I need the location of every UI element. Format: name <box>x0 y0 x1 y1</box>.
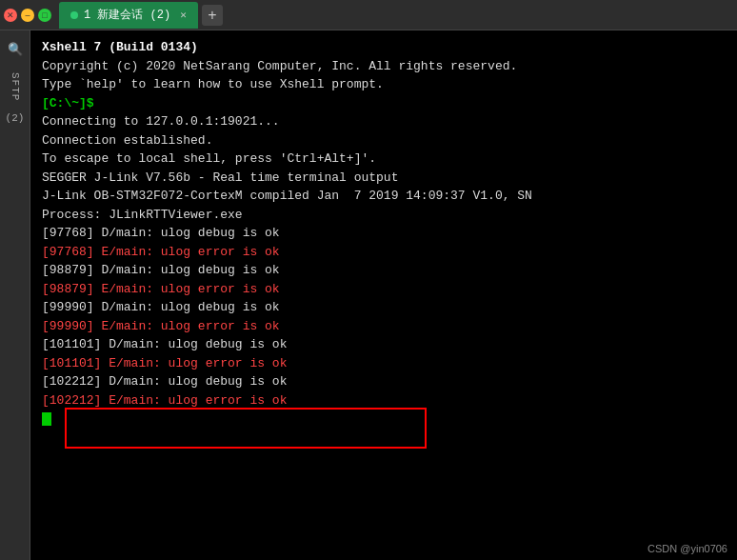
minimize-window-button[interactable]: – <box>21 9 34 22</box>
sftp-label[interactable]: SFTP <box>10 72 21 101</box>
session-count-label: (2) <box>6 112 25 124</box>
title-bar: ✕ – □ 1 新建会话 (2) ✕ + <box>0 0 737 30</box>
terminal-line: Process: JLinkRTTViewer.exe <box>42 206 726 225</box>
tab-session-1[interactable]: 1 新建会话 (2) ✕ <box>59 2 198 29</box>
terminal-line: [99990] E/main: ulog error is ok <box>42 317 726 336</box>
terminal-line: [98879] E/main: ulog error is ok <box>42 280 726 299</box>
main-layout: 🔍 SFTP (2) Xshell 7 (Build 0134)Copyrigh… <box>0 30 737 560</box>
terminal-line: [101101] E/main: ulog error is ok <box>42 354 726 373</box>
tab-label: 1 新建会话 (2) <box>84 7 170 23</box>
terminal-line: To escape to local shell, press 'Ctrl+Al… <box>42 150 726 169</box>
terminal-line: Xshell 7 (Build 0134) <box>42 38 726 57</box>
watermark: CSDN @yin0706 <box>647 543 727 554</box>
sidebar: 🔍 SFTP (2) <box>0 30 30 560</box>
terminal-area[interactable]: Xshell 7 (Build 0134)Copyright (c) 2020 … <box>30 30 737 560</box>
terminal-line: SEGGER J-Link V7.56b - Real time termina… <box>42 169 726 188</box>
maximize-window-button[interactable]: □ <box>38 9 51 22</box>
terminal-cursor <box>42 412 51 426</box>
terminal-line: [102212] E/main: ulog error is ok <box>42 391 726 410</box>
tab-close-icon[interactable]: ✕ <box>180 9 187 21</box>
cursor-line <box>42 410 726 429</box>
terminal-line: J-Link OB-STM32F072-CortexM compiled Jan… <box>42 187 726 206</box>
terminal-line: [101101] D/main: ulog debug is ok <box>42 335 726 354</box>
search-icon[interactable]: 🔍 <box>4 38 27 61</box>
new-tab-button[interactable]: + <box>202 5 223 26</box>
terminal-line: Copyright (c) 2020 NetSarang Computer, I… <box>42 57 726 76</box>
terminal-line: [97768] D/main: ulog debug is ok <box>42 224 726 243</box>
terminal-line: [C:\~]$ <box>42 94 726 113</box>
terminal-line: Type `help' to learn how to use Xshell p… <box>42 75 726 94</box>
terminal-line: [102212] D/main: ulog debug is ok <box>42 372 726 391</box>
tab-status-dot <box>70 11 78 19</box>
terminal-line: Connection established. <box>42 131 726 150</box>
terminal-line: Connecting to 127.0.0.1:19021... <box>42 112 726 131</box>
terminal-line: [99990] D/main: ulog debug is ok <box>42 298 726 317</box>
close-window-button[interactable]: ✕ <box>4 9 17 22</box>
tab-bar: 1 新建会话 (2) ✕ + <box>59 2 733 29</box>
window-controls: ✕ – □ <box>4 9 51 22</box>
terminal-line: [98879] D/main: ulog debug is ok <box>42 261 726 280</box>
terminal-line: [97768] E/main: ulog error is ok <box>42 243 726 262</box>
